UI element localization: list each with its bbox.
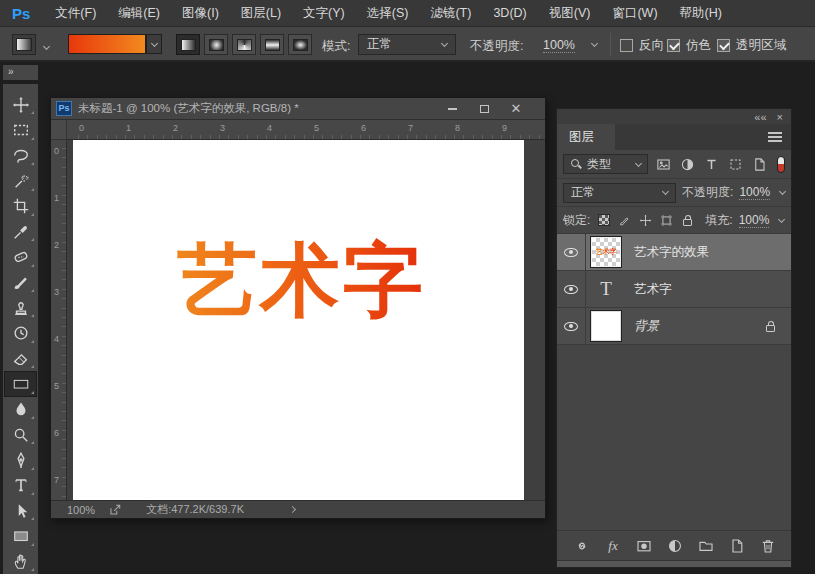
layer-visibility-toggle[interactable] bbox=[557, 271, 586, 307]
layer-row[interactable]: 背景 bbox=[557, 308, 791, 345]
zoom-level[interactable]: 100% bbox=[67, 504, 95, 516]
linear-gradient-button[interactable] bbox=[176, 34, 200, 55]
gradient-tool[interactable] bbox=[4, 371, 37, 396]
type-tool[interactable] bbox=[4, 473, 37, 498]
lock-move-icon[interactable] bbox=[638, 213, 653, 228]
menu-item[interactable]: 图像(I) bbox=[171, 0, 230, 26]
new-layer-icon[interactable] bbox=[728, 537, 746, 555]
opacity-value[interactable]: 100% bbox=[543, 38, 575, 53]
menu-item[interactable]: 文字(Y) bbox=[292, 0, 356, 26]
shape-filter-icon[interactable] bbox=[727, 156, 744, 173]
radial-gradient-button[interactable] bbox=[204, 34, 228, 55]
link-layers-icon[interactable] bbox=[573, 537, 591, 555]
image-filter-icon[interactable] bbox=[655, 156, 672, 173]
layer-style-fx-icon[interactable]: fx bbox=[604, 537, 622, 555]
rectangle-tool[interactable] bbox=[4, 523, 37, 548]
panel-menu-icon[interactable] bbox=[768, 132, 782, 134]
menu-item[interactable]: 图层(L) bbox=[230, 0, 292, 26]
document-title-bar[interactable]: Ps 未标题-1 @ 100% (艺术字的效果, RGB/8) * ✕ bbox=[51, 98, 545, 120]
marquee-tool[interactable] bbox=[4, 117, 37, 142]
stamp-tool[interactable] bbox=[4, 295, 37, 320]
lasso-tool[interactable] bbox=[4, 143, 37, 168]
reflected-gradient-button[interactable] bbox=[260, 34, 284, 55]
eyedropper-tool[interactable] bbox=[4, 219, 37, 244]
history-brush-tool[interactable] bbox=[4, 320, 37, 345]
dither-checkbox[interactable] bbox=[667, 39, 680, 52]
layer-opacity-value[interactable]: 100% bbox=[739, 185, 770, 200]
toolbar-collapse-button[interactable]: » bbox=[3, 65, 38, 80]
minimize-button[interactable] bbox=[439, 98, 465, 119]
menu-item[interactable]: 文件(F) bbox=[44, 0, 107, 26]
angle-gradient-button[interactable] bbox=[232, 34, 256, 55]
canvas[interactable]: 艺术字 bbox=[73, 140, 524, 500]
smart-object-filter-icon[interactable] bbox=[751, 156, 768, 173]
export-icon[interactable] bbox=[109, 503, 122, 516]
tool-preset-picker[interactable] bbox=[12, 34, 36, 55]
move-tool[interactable] bbox=[4, 92, 37, 117]
chevron-down-icon[interactable] bbox=[43, 43, 50, 50]
layer-name[interactable]: 背景 bbox=[626, 318, 766, 335]
layer-thumbnail[interactable]: 艺术字 bbox=[586, 238, 626, 266]
chevron-down-icon[interactable] bbox=[778, 215, 785, 222]
path-select-tool[interactable] bbox=[4, 498, 37, 523]
layer-visibility-toggle[interactable] bbox=[557, 308, 586, 344]
add-adjustment-icon[interactable] bbox=[666, 537, 684, 555]
lock-paint-icon[interactable] bbox=[617, 213, 632, 228]
layer-blend-mode-select[interactable]: 正常 bbox=[563, 183, 676, 203]
delete-layer-icon[interactable] bbox=[759, 537, 777, 555]
horizontal-ruler[interactable]: 0123456789 bbox=[67, 120, 545, 140]
lock-artboard-icon[interactable] bbox=[659, 213, 674, 228]
menu-item[interactable]: 编辑(E) bbox=[107, 0, 171, 26]
document-size-info[interactable]: 文档:477.2K/639.7K bbox=[146, 502, 244, 517]
reverse-checkbox[interactable] bbox=[620, 39, 633, 52]
chevron-down-icon[interactable] bbox=[779, 188, 786, 195]
layer-name[interactable]: 艺术字 bbox=[626, 281, 791, 298]
crop-tool[interactable] bbox=[4, 194, 37, 219]
collapse-panel-icon[interactable]: «« bbox=[754, 111, 766, 123]
type-filter-icon[interactable] bbox=[703, 156, 720, 173]
tab-layers[interactable]: 图层 bbox=[557, 124, 615, 150]
healing-tool[interactable] bbox=[4, 244, 37, 269]
close-button[interactable]: ✕ bbox=[503, 98, 529, 119]
status-chevron-icon[interactable] bbox=[289, 506, 296, 513]
dodge-tool[interactable] bbox=[4, 422, 37, 447]
filter-type-select[interactable]: 类型 bbox=[563, 154, 648, 174]
layer-row[interactable]: 艺术字艺术字的效果 bbox=[557, 234, 791, 271]
layer-row[interactable]: T艺术字 bbox=[557, 271, 791, 308]
menu-item[interactable]: 3D(D) bbox=[482, 0, 537, 26]
menu-item[interactable]: 窗口(W) bbox=[601, 0, 668, 26]
layer-name[interactable]: 艺术字的效果 bbox=[626, 244, 791, 261]
diamond-gradient-button[interactable] bbox=[288, 34, 312, 55]
close-panel-icon[interactable]: × bbox=[777, 111, 783, 123]
hand-tool[interactable] bbox=[4, 549, 37, 574]
lock-transparency-icon[interactable] bbox=[596, 213, 611, 228]
gradient-picker-button[interactable] bbox=[146, 34, 162, 54]
ruler-corner[interactable] bbox=[51, 120, 67, 140]
blur-tool[interactable] bbox=[4, 397, 37, 422]
menu-item[interactable]: 视图(V) bbox=[538, 0, 602, 26]
transparency-checkbox[interactable] bbox=[717, 39, 730, 52]
adjustment-filter-icon[interactable] bbox=[679, 156, 696, 173]
layer-thumbnail[interactable] bbox=[586, 312, 626, 340]
lock-all-icon[interactable] bbox=[680, 213, 695, 228]
gradient-editor-swatch[interactable] bbox=[68, 34, 146, 54]
pen-tool[interactable] bbox=[4, 447, 37, 472]
menu-item[interactable]: 选择(S) bbox=[356, 0, 420, 26]
chevron-down-icon[interactable] bbox=[591, 40, 598, 47]
menu-item[interactable]: 帮助(H) bbox=[669, 0, 733, 26]
layer-visibility-toggle[interactable] bbox=[557, 234, 586, 270]
eraser-tool[interactable] bbox=[4, 346, 37, 371]
wand-tool[interactable] bbox=[4, 168, 37, 193]
filter-toggle-switch[interactable] bbox=[777, 156, 785, 173]
brush-tool[interactable] bbox=[4, 270, 37, 295]
panel-scroll-strip[interactable] bbox=[557, 560, 791, 567]
menu-item[interactable]: 滤镜(T) bbox=[419, 0, 482, 26]
maximize-button[interactable] bbox=[471, 98, 497, 119]
vertical-ruler[interactable]: 01234567 bbox=[51, 140, 67, 500]
layer-thumbnail[interactable]: T bbox=[586, 275, 626, 303]
new-group-icon[interactable] bbox=[697, 537, 715, 555]
add-mask-icon[interactable] bbox=[635, 537, 653, 555]
fill-value[interactable]: 100% bbox=[739, 213, 770, 228]
blend-mode-select[interactable]: 正常 bbox=[358, 34, 456, 55]
document-window: Ps 未标题-1 @ 100% (艺术字的效果, RGB/8) * ✕ 0123… bbox=[50, 97, 546, 519]
